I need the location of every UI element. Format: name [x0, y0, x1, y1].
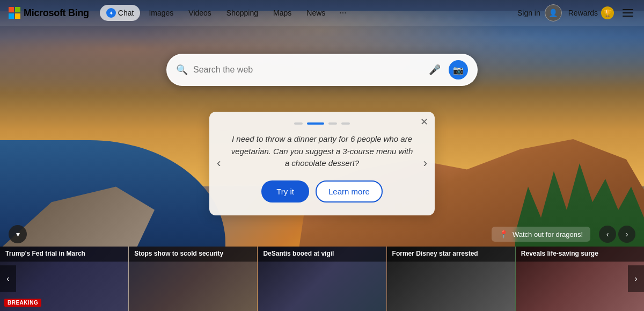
nav-right: Sign in 👤 Rewards 🏆 [517, 4, 635, 21]
chat-icon: ✦ [106, 8, 116, 18]
popup-text: I need to throw a dinner party for 6 peo… [222, 133, 422, 170]
nav-videos[interactable]: Videos [182, 5, 218, 20]
dot-4 [341, 122, 350, 125]
news-prev-button[interactable]: ‹ [0, 265, 16, 292]
navbar: Microsoft Bing ✦ Chat Images Videos Shop… [0, 0, 644, 26]
nav-shopping[interactable]: Shopping [220, 5, 265, 20]
nav-chat-label: Chat [118, 9, 134, 17]
nav-images[interactable]: Images [142, 5, 180, 20]
nav-items: ✦ Chat Images Videos Shopping Maps News … [100, 5, 517, 21]
dot-3 [328, 122, 337, 125]
dragon-badge[interactable]: 📍 Watch out for dragons! [492, 227, 590, 242]
ms-logo-red [9, 7, 14, 12]
nav-more[interactable]: ··· [334, 5, 352, 21]
breaking-badge: BREAKING [4, 299, 41, 307]
news-next-button[interactable]: › [628, 265, 644, 292]
user-avatar: 👤 [545, 4, 562, 21]
nav-chat[interactable]: ✦ Chat [100, 5, 141, 21]
popup-actions: Try it Learn more [222, 180, 422, 202]
sign-in-button[interactable]: Sign in 👤 [517, 4, 562, 21]
nav-news[interactable]: News [300, 5, 332, 20]
search-container: 🔍 🎤 📷 [166, 54, 478, 86]
nav-maps-label: Maps [273, 9, 291, 17]
news-card-4-title: Former Disney star arrested [387, 247, 515, 262]
collapse-icon: ▾ [16, 230, 20, 238]
news-card-2[interactable]: Stops show to scold security [128, 247, 257, 311]
nav-videos-label: Videos [188, 9, 211, 17]
news-card-5[interactable]: Reveals life-saving surge [515, 247, 644, 311]
bottom-bar: ▾ 📍 Watch out for dragons! ‹ › ‹ Trump's… [0, 222, 644, 311]
menu-line-2 [623, 12, 633, 13]
news-header: ▾ 📍 Watch out for dragons! ‹ › [0, 222, 644, 247]
news-card-4[interactable]: Former Disney star arrested [386, 247, 515, 311]
news-nav-next-icon: › [626, 230, 628, 238]
learn-more-button[interactable]: Learn more [316, 180, 383, 202]
news-nav-next-button[interactable]: › [618, 226, 635, 243]
news-nav-prev-button[interactable]: ‹ [599, 226, 616, 243]
dot-1 [294, 122, 303, 125]
mic-button[interactable]: 🎤 [425, 60, 444, 79]
news-card-5-title: Reveals life-saving surge [516, 247, 644, 262]
search-icon: 🔍 [176, 64, 188, 76]
ms-logo-yellow [15, 13, 20, 19]
progress-dots [222, 122, 422, 125]
hamburger-menu[interactable] [620, 7, 635, 19]
logo-text: Microsoft Bing [24, 8, 89, 19]
location-icon: 📍 [499, 230, 508, 238]
search-input[interactable] [193, 65, 425, 75]
search-bar: 🔍 🎤 📷 [166, 54, 478, 86]
news-card-1[interactable]: Trump's Fed trial in March BREAKING [0, 247, 128, 311]
menu-line-3 [623, 16, 633, 17]
ms-logo-blue [9, 13, 14, 19]
news-card-3[interactable]: DeSantis booed at vigil [257, 247, 386, 311]
popup-prev-button[interactable]: ‹ [213, 154, 225, 172]
dot-2-active [307, 122, 324, 125]
dragon-text: Watch out for dragons! [513, 230, 583, 238]
news-nav-buttons: ‹ › [599, 226, 635, 243]
news-next-icon: › [634, 274, 637, 284]
collapse-button[interactable]: ▾ [9, 225, 27, 243]
rewards-label: Rewards [568, 9, 598, 17]
try-it-button[interactable]: Try it [261, 180, 309, 202]
search-actions: 🎤 📷 [425, 60, 468, 79]
camera-button[interactable]: 📷 [449, 60, 468, 79]
nav-maps[interactable]: Maps [267, 5, 298, 20]
nav-more-label: ··· [339, 8, 346, 18]
news-prev-icon: ‹ [6, 274, 9, 284]
ms-logo [9, 7, 20, 19]
news-card-3-title: DeSantis booed at vigil [258, 247, 386, 262]
logo-area: Microsoft Bing [9, 7, 89, 19]
news-cards: Trump's Fed trial in March BREAKING Stop… [0, 247, 644, 311]
nav-shopping-label: Shopping [226, 9, 258, 17]
popup-card: ✕ ‹ › I need to throw a dinner party for… [209, 112, 435, 215]
nav-images-label: Images [149, 9, 173, 17]
trophy-icon: 🏆 [601, 6, 614, 19]
nav-news-label: News [306, 9, 325, 17]
news-card-2-title: Stops show to scold security [129, 247, 257, 262]
sign-in-label: Sign in [517, 9, 540, 17]
popup-next-button[interactable]: › [419, 154, 431, 172]
news-cards-wrap: ‹ Trump's Fed trial in March BREAKING St… [0, 247, 644, 311]
rewards-button[interactable]: Rewards 🏆 [568, 6, 614, 19]
news-nav-prev-icon: ‹ [606, 230, 609, 238]
popup-close-button[interactable]: ✕ [420, 117, 428, 127]
news-card-1-title: Trump's Fed trial in March [0, 247, 128, 262]
ms-logo-green [15, 7, 20, 12]
menu-line-1 [623, 9, 633, 10]
